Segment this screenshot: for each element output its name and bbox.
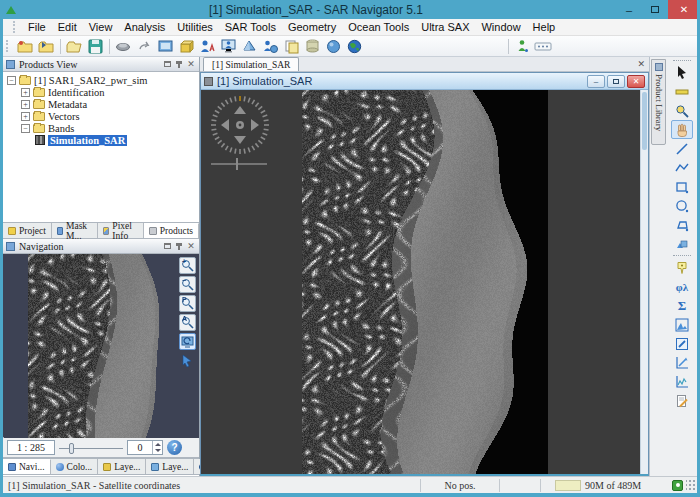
tab-products[interactable]: Products — [144, 223, 199, 238]
expand-expander-icon[interactable]: + — [21, 112, 30, 121]
close-panel-button[interactable]: ✕ — [186, 59, 196, 69]
screen-view-button[interactable] — [155, 37, 176, 56]
float-panel-button[interactable] — [162, 241, 172, 251]
menu-help[interactable]: Help — [527, 21, 562, 33]
assistant-button[interactable] — [512, 37, 533, 56]
package-button[interactable] — [176, 37, 197, 56]
minimize-button[interactable]: – — [616, 1, 642, 18]
tree-item-identification[interactable]: + Identification — [3, 86, 199, 98]
menu-ultra-sax[interactable]: Ultra SAX — [415, 21, 475, 33]
scrollbar-thumb[interactable] — [642, 92, 647, 150]
spinner-arrows[interactable] — [152, 441, 162, 454]
document-tab-simulation-sar[interactable]: [1] Simulation_SAR — [203, 57, 299, 71]
undo-button[interactable] — [134, 37, 155, 56]
zoom-selection-button[interactable]: P — [179, 295, 196, 312]
zoom-in-button[interactable]: + — [179, 257, 196, 274]
ellipse-tool-button[interactable] — [671, 196, 693, 215]
notes-tool-button[interactable] — [671, 391, 693, 410]
zoom-out-button[interactable]: − — [179, 276, 196, 293]
collapse-expander-icon[interactable]: − — [21, 124, 30, 133]
mosaic-button[interactable] — [113, 37, 134, 56]
tree-item-metadata[interactable]: + Metadata — [3, 98, 199, 110]
pan-up-arrow[interactable] — [234, 106, 246, 114]
layers-button[interactable] — [281, 37, 302, 56]
pan-right-arrow[interactable] — [251, 119, 259, 131]
document-close-icon[interactable]: ✕ — [637, 59, 645, 69]
geo-coordinates-tool-button[interactable]: φλ — [671, 277, 693, 296]
menu-window[interactable]: Window — [475, 21, 526, 33]
menu-analysis[interactable]: Analysis — [118, 21, 171, 33]
sync-view-button[interactable] — [179, 333, 196, 350]
select-tool-button[interactable] — [671, 63, 693, 82]
spin-down-icon[interactable] — [155, 449, 161, 452]
rectangle-tool-button[interactable] — [671, 177, 693, 196]
polyline-tool-button[interactable] — [671, 158, 693, 177]
menu-file[interactable]: File — [22, 21, 52, 33]
tab-navigation[interactable]: Navi... — [3, 459, 51, 474]
menu-geometry[interactable]: Geometry — [282, 21, 342, 33]
profile-plot-tool-button[interactable] — [671, 372, 693, 391]
zoom-tool-button[interactable] — [671, 101, 693, 120]
analysis-button[interactable] — [197, 37, 218, 56]
statistics-tool-button[interactable]: Σ — [671, 296, 693, 315]
scatter-plot-tool-button[interactable] — [671, 353, 693, 372]
image-window-close-button[interactable]: ✕ — [627, 75, 645, 88]
tab-project[interactable]: Project — [3, 223, 52, 238]
garbage-collect-button[interactable] — [672, 480, 683, 491]
menu-ocean-tools[interactable]: Ocean Tools — [342, 21, 415, 33]
tab-colour-manipulation[interactable]: Colo... — [51, 459, 99, 474]
image-window-restore-button[interactable] — [607, 75, 625, 88]
earth-button[interactable] — [344, 37, 365, 56]
navigation-thumbnail-view[interactable]: + − P A — [3, 254, 199, 438]
edit-tool-button[interactable] — [671, 334, 693, 353]
pan-tool-button[interactable] — [671, 120, 693, 139]
tab-layer-editor[interactable]: Laye... — [146, 459, 194, 474]
tree-item-vectors[interactable]: + Vectors — [3, 110, 199, 122]
collapse-expander-icon[interactable]: − — [7, 76, 16, 85]
shapes-tool-button[interactable] — [671, 234, 693, 253]
close-panel-button[interactable]: ✕ — [186, 241, 196, 251]
open-button[interactable] — [64, 37, 85, 56]
compass-widget[interactable] — [209, 94, 273, 174]
vertical-scrollbar[interactable] — [640, 90, 648, 474]
zoom-slider[interactable] — [59, 441, 123, 455]
zoom-all-button[interactable]: A — [179, 314, 196, 331]
save-button[interactable] — [85, 37, 106, 56]
spin-up-icon[interactable] — [155, 443, 161, 446]
help-button[interactable]: ? — [167, 440, 182, 455]
sphere-button[interactable] — [323, 37, 344, 56]
slider-thumb[interactable] — [69, 443, 74, 454]
commands-button[interactable] — [533, 37, 554, 56]
resize-grip[interactable] — [686, 480, 696, 491]
tree-item-product-root[interactable]: − [1] SAR1_SAR2_pwr_sim — [3, 74, 199, 86]
tree-item-simulation-sar[interactable]: Simulation_SAR — [3, 134, 199, 146]
globe-user-button[interactable] — [260, 37, 281, 56]
pin-tool-button[interactable] — [671, 258, 693, 277]
3d-view-button[interactable] — [239, 37, 260, 56]
tab-layer-manager[interactable]: Laye... — [98, 459, 146, 474]
expand-expander-icon[interactable]: + — [21, 88, 30, 97]
close-product-button[interactable] — [36, 37, 57, 56]
database-button[interactable] — [302, 37, 323, 56]
menu-edit[interactable]: Edit — [52, 21, 83, 33]
open-product-button[interactable] — [15, 37, 36, 56]
pan-left-arrow[interactable] — [221, 119, 229, 131]
menu-view[interactable]: View — [83, 21, 119, 33]
close-button[interactable]: ✕ — [668, 0, 700, 19]
menu-sar-tools[interactable]: SAR Tools — [219, 21, 282, 33]
image-window-title-bar[interactable]: [1] Simulation_SAR – ✕ — [201, 73, 648, 90]
menu-utilities[interactable]: Utilities — [171, 21, 218, 33]
pin-panel-button[interactable] — [174, 59, 184, 69]
histogram-tool-button[interactable] — [671, 315, 693, 334]
sar-image-view[interactable] — [201, 90, 648, 474]
maximize-button[interactable] — [642, 1, 668, 18]
monitor-user-button[interactable] — [218, 37, 239, 56]
line-tool-button[interactable] — [671, 139, 693, 158]
zoom-ratio-field[interactable]: 1 : 285 — [7, 440, 55, 455]
pan-down-arrow[interactable] — [234, 136, 246, 144]
ruler-tool-button[interactable] — [671, 82, 693, 101]
tab-product-library[interactable]: Product Library — [651, 59, 666, 145]
sync-cursor-button[interactable] — [179, 352, 196, 369]
float-panel-button[interactable] — [162, 59, 172, 69]
tree-item-bands[interactable]: − Bands — [3, 122, 199, 134]
